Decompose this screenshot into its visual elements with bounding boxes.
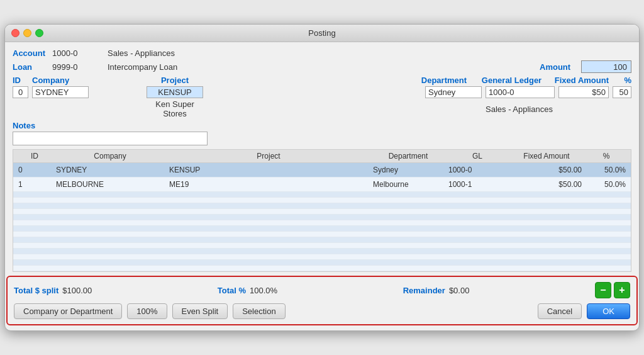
project-field[interactable]: KENSUP — [147, 86, 203, 98]
loan-name: Intercompany Loan — [108, 62, 177, 72]
remainder-stat: Remainder $0.00 — [403, 286, 470, 295]
fixed-amount-header-label: Fixed Amount — [555, 76, 609, 85]
pct-100-button[interactable]: 100% — [127, 303, 167, 319]
company-dept-button[interactable]: Company or Department — [14, 303, 122, 319]
empty-table-row — [13, 232, 631, 237]
gl-field[interactable]: 1000-0 — [486, 86, 555, 98]
window-title: Posting — [308, 28, 335, 38]
gl-sub: Sales - Appliances — [486, 104, 555, 114]
id-field[interactable]: 0 — [13, 86, 28, 98]
empty-table-row — [13, 209, 631, 215]
title-bar: Posting — [5, 25, 639, 42]
total-split-value: $100.00 — [62, 286, 92, 295]
footer-stats: Total $ split $100.00 Total % 100.0% Rem… — [14, 282, 630, 298]
remainder-value: $0.00 — [449, 286, 470, 295]
close-button[interactable] — [11, 29, 19, 37]
loan-id: 9999-0 — [52, 62, 103, 72]
notes-label: Notes — [13, 121, 35, 130]
empty-table-row — [13, 192, 631, 198]
table-row[interactable]: 1 MELBOURNE ME19 Melbourne 1000-1 $50.00… — [13, 178, 631, 192]
minimize-button[interactable] — [23, 29, 31, 37]
even-split-button[interactable]: Even Split — [172, 303, 228, 319]
table-header: ID Company Project Department GL Fixed A… — [13, 150, 631, 163]
account-row: Account 1000-0 Sales - Appliances — [13, 48, 631, 58]
project-header-label: Project — [147, 76, 203, 85]
data-table: ID Company Project Department GL Fixed A… — [13, 149, 631, 272]
account-name: Sales - Appliances — [108, 48, 175, 58]
col-company: Company — [53, 152, 167, 161]
company-sub: Ken Super Stores — [147, 99, 203, 118]
col-project: Project — [167, 152, 370, 161]
selection-button[interactable]: Selection — [233, 303, 285, 319]
col-gl: GL — [446, 152, 509, 161]
amount-input[interactable] — [581, 60, 631, 73]
department-field[interactable]: Sydney — [425, 86, 482, 98]
department-header-label: Department — [421, 76, 478, 85]
empty-table-row — [13, 198, 631, 203]
empty-table-row — [13, 220, 631, 226]
company-header-label: Company — [32, 76, 89, 85]
total-pct-stat: Total % 100.0% — [218, 286, 277, 295]
company-field[interactable]: SYDNEY — [32, 86, 89, 98]
remainder-label: Remainder — [403, 286, 445, 295]
traffic-lights — [11, 29, 43, 37]
ok-button[interactable]: OK — [587, 303, 630, 319]
pct-header-label: % — [613, 76, 631, 85]
col-pct: % — [584, 152, 628, 161]
fixed-amount-field[interactable]: $50 — [558, 86, 609, 98]
content-area: Account 1000-0 Sales - Appliances Loan 9… — [5, 42, 639, 272]
empty-table-row — [13, 243, 631, 249]
empty-table-row — [13, 254, 631, 260]
account-id: 1000-0 — [52, 48, 103, 58]
gl-header-label: General Ledger — [482, 76, 551, 85]
total-pct-label: Total % — [218, 286, 246, 295]
total-pct-value: 100.0% — [250, 286, 277, 295]
empty-table-row — [13, 249, 631, 254]
account-label: Account — [13, 48, 47, 58]
plus-button[interactable]: + — [614, 282, 630, 298]
minus-button[interactable]: − — [595, 282, 611, 298]
amount-label: Amount — [540, 62, 577, 72]
total-split-label: Total $ split — [14, 286, 58, 295]
col-fixed-amount: Fixed Amount — [509, 152, 584, 161]
empty-table-row — [13, 266, 631, 271]
cancel-button[interactable]: Cancel — [538, 303, 582, 319]
col-department: Department — [370, 152, 446, 161]
empty-table-row — [13, 260, 631, 266]
footer: Total $ split $100.00 Total % 100.0% Rem… — [6, 276, 638, 325]
total-split-stat: Total $ split $100.00 — [14, 286, 92, 295]
notes-input[interactable] — [13, 132, 208, 145]
empty-table-row — [13, 215, 631, 220]
loan-label: Loan — [13, 62, 47, 72]
empty-table-row — [13, 203, 631, 209]
footer-buttons: Company or Department 100% Even Split Se… — [14, 303, 630, 319]
id-label: ID — [13, 76, 28, 85]
footer-icons: − + — [595, 282, 630, 298]
pct-field[interactable]: 50 — [613, 86, 631, 98]
main-window: Posting Account 1000-0 Sales - Appliance… — [4, 24, 640, 331]
maximize-button[interactable] — [35, 29, 43, 37]
table-row[interactable]: 0 SYDNEY KENSUP Sydney 1000-0 $50.00 50.… — [13, 163, 631, 178]
empty-table-row — [13, 237, 631, 243]
empty-table-row — [13, 226, 631, 232]
table-body: 0 SYDNEY KENSUP Sydney 1000-0 $50.00 50.… — [13, 163, 631, 271]
notes-section: Notes — [13, 121, 631, 145]
col-id: ID — [16, 152, 53, 161]
